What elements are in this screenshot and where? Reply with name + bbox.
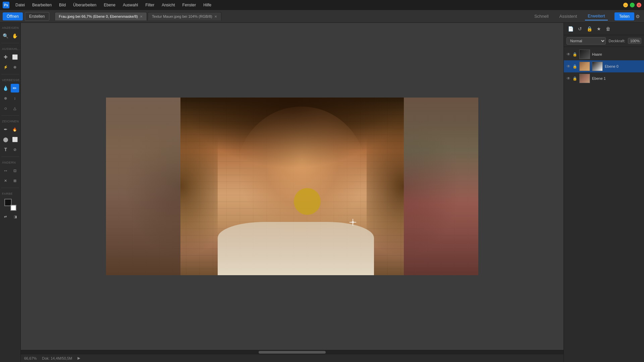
top-tab-schnell[interactable]: Schnell	[532, 12, 551, 20]
text-tool[interactable]: T	[1, 145, 10, 154]
layer-ebene1-thumb	[579, 74, 590, 83]
clone-stamp-tool[interactable]: ⊕	[1, 94, 10, 103]
verbesse-tools-2: ⊕ ↕	[1, 94, 19, 103]
panel-icon-document[interactable]: 📄	[567, 25, 575, 33]
close-tab-1[interactable]: ✕	[214, 15, 217, 18]
canvas-area: 66,67% Dok: 14,4M/50,5M ▶	[21, 23, 564, 362]
layer-ebene0-mask-thumb	[592, 62, 603, 71]
transform-tool[interactable]: ⊡	[11, 166, 19, 175]
close-button[interactable]: ✕	[637, 3, 641, 7]
color-swatches: ⇄ ◨	[1, 199, 19, 221]
panel-icon-star[interactable]: ★	[595, 25, 603, 33]
slice-tool[interactable]: ⊘	[11, 145, 19, 154]
doc-info: Dok: 14,4M/50,5M	[42, 356, 72, 360]
layer-ebene1[interactable]: 👁 🔒 Ebene 1	[564, 72, 644, 84]
eraser-tool[interactable]: ○	[1, 104, 10, 113]
blend-mode-select[interactable]: Normal Multiplizieren Bildschirm	[567, 37, 606, 45]
layer-ebene0[interactable]: 👁 🔒 Ebene 0	[564, 60, 644, 72]
tab-label-1: Textur Mauer.jpeg bei 104% (RGB/8)	[152, 14, 212, 18]
menu-überarbeiten[interactable]: Überarbeiten	[70, 1, 100, 9]
create-button[interactable]: Erstellen	[25, 12, 49, 21]
default-colors-btn[interactable]: ◨	[11, 212, 20, 221]
eye-dropper-tool[interactable]: 💧	[1, 84, 10, 93]
top-tab-erweitert[interactable]: Erweitert	[585, 12, 607, 20]
pencil-tool[interactable]: ✒	[1, 125, 10, 134]
layer-ebene0-thumb	[579, 62, 590, 71]
shape-tool[interactable]: ⬜	[11, 135, 19, 144]
panel-icon-delete[interactable]: 🗑	[604, 25, 612, 33]
brush-paint-tool[interactable]: ✏	[11, 84, 19, 93]
canvas-image[interactable]	[106, 98, 478, 275]
zeichnen-tools-1: ✒ 🔥	[1, 125, 19, 134]
auswahl-label: AUSWAHL...	[1, 46, 19, 51]
doc-tab-0[interactable]: Frau.jpeg bei 66,7% (Ebene 0, Ebenenmask…	[55, 12, 147, 20]
sharpen-tool[interactable]: △	[11, 104, 19, 113]
panel-icon-refresh[interactable]: ↺	[576, 25, 584, 33]
zeichnen-tools-3: T ⊘	[1, 145, 19, 154]
tab-label-0: Frau.jpeg bei 66,7% (Ebene 0, Ebenenmask…	[59, 14, 138, 18]
menu-hilfe[interactable]: Hilfe	[200, 1, 215, 9]
menu-filter[interactable]: Filter	[142, 1, 158, 9]
title-bar: Ps DateiBearbeitenBildÜberarbeitenEbeneA…	[0, 0, 644, 10]
top-tab-assistent[interactable]: Assistent	[557, 12, 580, 20]
zoom-tool[interactable]: 🔍	[1, 32, 10, 40]
verbesse-tools-1: 💧 ✏	[1, 84, 19, 93]
tab-bar: Öffnen Erstellen Frau.jpeg bei 66,7% (Eb…	[0, 10, 644, 23]
hand-tool[interactable]: ✋	[11, 32, 19, 40]
marquee-tool[interactable]: ⬜	[11, 53, 19, 61]
layer-haare-lock: 🔒	[573, 52, 577, 57]
menu-bar: DateiBearbeitenBildÜberarbeitenEbeneAusw…	[12, 1, 215, 9]
layer-ebene1-lock: 🔒	[573, 76, 577, 81]
menu-auswahl[interactable]: Auswahl	[119, 1, 141, 9]
right-panel: 📄 ↺ 🔒 ★ 🗑 Normal Multiplizieren Bildschi…	[564, 23, 644, 362]
align-tool[interactable]: ✕	[1, 176, 10, 185]
open-button[interactable]: Öffnen	[3, 12, 23, 20]
status-bar: 66,67% Dok: 14,4M/50,5M ▶	[21, 354, 564, 362]
menu-ansicht[interactable]: Ansicht	[158, 1, 178, 9]
anzeigen-tools: 🔍 ✋	[1, 32, 19, 40]
verbesse-tools-3: ○ △	[1, 104, 19, 113]
app-icon: Ps	[3, 2, 9, 8]
heal-tool[interactable]: ↕	[11, 94, 19, 103]
layer-ebene0-eye[interactable]: 👁	[567, 64, 571, 69]
ruler-tool[interactable]: ⊞	[11, 176, 19, 185]
close-tab-0[interactable]: ✕	[140, 15, 143, 18]
cursor	[350, 219, 356, 226]
settings-icon-button[interactable]: ⚙	[634, 12, 641, 20]
canvas-container[interactable]	[21, 23, 564, 350]
yellow-highlight	[294, 188, 321, 215]
zoom-level: 66,67%	[24, 356, 37, 360]
layer-haare-eye[interactable]: 👁	[567, 52, 571, 57]
menu-datei[interactable]: Datei	[12, 1, 28, 9]
quick-select-tool[interactable]: ⊕	[11, 63, 19, 71]
minimize-button[interactable]: –	[623, 3, 628, 7]
view-mode-tabs: SchnellAssistentErweitert	[532, 12, 608, 20]
move-tool[interactable]: ✚	[1, 53, 10, 61]
lasso-tool[interactable]: ⚡	[1, 63, 10, 71]
main-area: ANZEIGEN 🔍 ✋ AUSWAHL... ✚ ⬜ ⚡ ⊕ VERBESSE…	[0, 23, 644, 362]
burn-tool[interactable]: 🔥	[11, 125, 19, 134]
opacity-input[interactable]	[628, 38, 641, 44]
andern-tools-1: ↔ ⊡	[1, 166, 19, 175]
panel-icons: 📄 ↺ 🔒 ★ 🗑	[564, 23, 644, 35]
layers-list: 👁 🔒 Haare 👁 🔒 Ebene 0 👁 🔒 Ebene 1	[564, 47, 644, 362]
menu-fenster[interactable]: Fenster	[179, 1, 200, 9]
menu-ebene[interactable]: Ebene	[100, 1, 119, 9]
doc-info-arrow: ▶	[77, 356, 80, 360]
menu-bearbeiten[interactable]: Bearbeiten	[29, 1, 55, 9]
horizontal-scrollbar[interactable]	[21, 350, 564, 354]
swap-colors-btn[interactable]: ⇄	[1, 212, 10, 221]
background-color[interactable]	[10, 205, 16, 211]
layer-haare[interactable]: 👁 🔒 Haare	[564, 48, 644, 60]
maximize-button[interactable]: □	[630, 3, 635, 7]
menu-bild[interactable]: Bild	[56, 1, 69, 9]
fill-tool[interactable]: ⬤	[1, 135, 10, 144]
anzeigen-label: ANZEIGEN	[1, 25, 19, 30]
crop-tool[interactable]: ↔	[1, 166, 10, 175]
andern-tools-2: ✕ ⊞	[1, 176, 19, 185]
panel-icon-lock[interactable]: 🔒	[585, 25, 593, 33]
layer-ebene1-eye[interactable]: 👁	[567, 76, 571, 81]
share-button[interactable]: Teilen	[614, 12, 634, 20]
scroll-thumb[interactable]	[259, 351, 326, 354]
doc-tab-1[interactable]: Textur Mauer.jpeg bei 104% (RGB/8)✕	[148, 12, 221, 20]
